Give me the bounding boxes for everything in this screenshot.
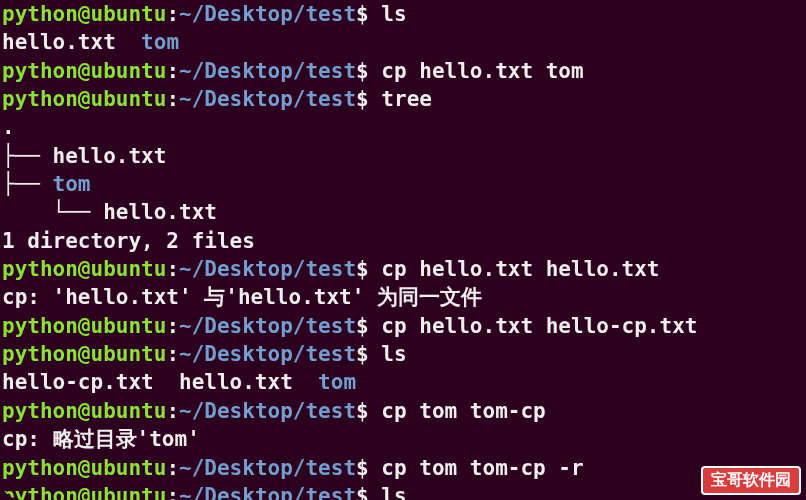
terminal-line: python@ubuntu:~/Desktop/test$ cp hello.t… (2, 255, 804, 283)
terminal-line: 1 directory, 2 files (2, 227, 804, 255)
prompt-path: ~/Desktop/test (179, 87, 356, 111)
terminal-line: ├── tom (2, 170, 804, 198)
command-text: cp tom tom-cp (381, 399, 545, 423)
prompt-user: python@ubuntu (2, 456, 166, 480)
command-text: cp hello.txt hello-cp.txt (381, 314, 697, 338)
tree-file: hello.txt (103, 200, 217, 224)
prompt-path: ~/Desktop/test (179, 2, 356, 26)
tree-branch-icon: ├── (2, 172, 53, 196)
command-text: ls (381, 484, 406, 500)
terminal-line: python@ubuntu:~/Desktop/test$ cp tom tom… (2, 397, 804, 425)
prompt-path: ~/Desktop/test (179, 257, 356, 281)
tree-branch-icon: └── (2, 200, 103, 224)
error-text: cp: 略过目录'tom' (2, 427, 200, 451)
prompt-user: python@ubuntu (2, 59, 166, 83)
terminal-line: python@ubuntu:~/Desktop/test$ ls (2, 340, 804, 368)
command-text: tree (381, 87, 432, 111)
terminal-line: python@ubuntu:~/Desktop/test$ cp hello.t… (2, 57, 804, 85)
command-text: ls (381, 342, 406, 366)
terminal-line: python@ubuntu:~/Desktop/test$ ls (2, 482, 804, 500)
prompt-path: ~/Desktop/test (179, 456, 356, 480)
terminal-line: cp: 略过目录'tom' (2, 425, 804, 453)
ls-file: hello.txt (179, 370, 293, 394)
watermark-badge: 宝哥软件园 (701, 466, 801, 495)
prompt-path: ~/Desktop/test (179, 342, 356, 366)
command-text: ls (381, 2, 406, 26)
error-text: cp: 'hello.txt' 与'hello.txt' 为同一文件 (2, 285, 482, 309)
tree-file: hello.txt (53, 144, 167, 168)
terminal-line: ├── hello.txt (2, 142, 804, 170)
terminal-line: python@ubuntu:~/Desktop/test$ cp hello.t… (2, 312, 804, 340)
ls-dir: tom (318, 370, 356, 394)
prompt-user: python@ubuntu (2, 257, 166, 281)
tree-branch-icon: ├── (2, 144, 53, 168)
terminal-line: hello.txt tom (2, 28, 804, 56)
prompt-user: python@ubuntu (2, 342, 166, 366)
prompt-user: python@ubuntu (2, 2, 166, 26)
terminal-line: cp: 'hello.txt' 与'hello.txt' 为同一文件 (2, 283, 804, 311)
prompt-path: ~/Desktop/test (179, 399, 356, 423)
terminal-window[interactable]: python@ubuntu:~/Desktop/test$ ls hello.t… (0, 0, 806, 500)
prompt-user: python@ubuntu (2, 314, 166, 338)
command-text: cp hello.txt tom (381, 59, 583, 83)
terminal-line: python@ubuntu:~/Desktop/test$ tree (2, 85, 804, 113)
tree-summary: 1 directory, 2 files (2, 229, 255, 253)
prompt-path: ~/Desktop/test (179, 59, 356, 83)
prompt-user: python@ubuntu (2, 399, 166, 423)
prompt-symbol: $ (356, 2, 369, 26)
prompt-path: ~/Desktop/test (179, 484, 356, 500)
command-text: cp tom tom-cp -r (381, 456, 583, 480)
prompt-path: ~/Desktop/test (179, 314, 356, 338)
prompt-user: python@ubuntu (2, 484, 166, 500)
terminal-line: python@ubuntu:~/Desktop/test$ ls (2, 0, 804, 28)
terminal-line: └── hello.txt (2, 198, 804, 226)
tree-dir: tom (53, 172, 91, 196)
terminal-line: hello-cp.txt hello.txt tom (2, 368, 804, 396)
terminal-line: . (2, 113, 804, 141)
ls-file: hello-cp.txt (2, 370, 154, 394)
terminal-line: python@ubuntu:~/Desktop/test$ cp tom tom… (2, 454, 804, 482)
ls-dir: tom (141, 30, 179, 54)
tree-root: . (2, 115, 15, 139)
command-text: cp hello.txt hello.txt (381, 257, 659, 281)
ls-file: hello.txt (2, 30, 116, 54)
prompt-user: python@ubuntu (2, 87, 166, 111)
